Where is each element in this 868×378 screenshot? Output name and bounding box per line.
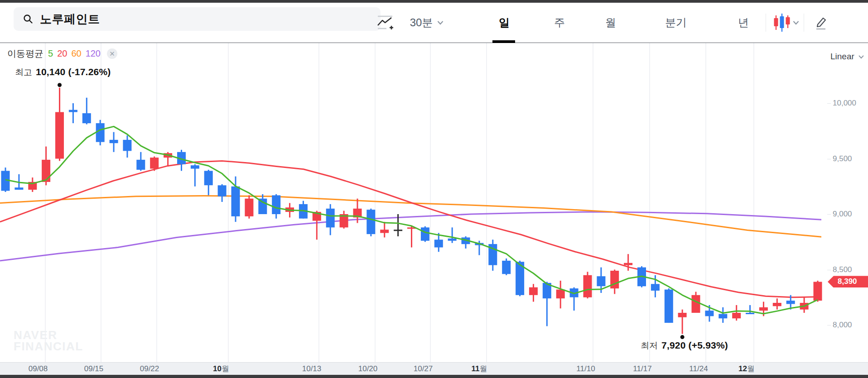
high-value: 10,140 (-17.26%) [36, 67, 111, 77]
candle-body [204, 171, 213, 185]
y-axis-tick [827, 270, 831, 270]
candle-body [218, 185, 227, 196]
stock-search-box[interactable]: 노루페인트 [14, 7, 381, 31]
legend-period-120: 120 [86, 48, 101, 59]
low-label: 최저 [641, 341, 658, 350]
y-axis-label: 8,000 [833, 321, 852, 330]
x-axis-label: 10월 [213, 363, 229, 375]
candle-body [150, 158, 159, 169]
scale-label: Linear [830, 52, 854, 62]
y-axis-label: 10,000 [833, 99, 856, 108]
candle-body [82, 113, 91, 123]
legend-period-60: 60 [71, 48, 81, 59]
y-axis-label: 9,500 [833, 154, 852, 163]
x-axis-label: 11/24 [689, 363, 708, 375]
candle-body [231, 187, 240, 216]
candle-body [380, 230, 389, 233]
x-axis-label: 09/22 [140, 363, 159, 375]
x-axis-label: 10/20 [358, 363, 378, 375]
candle-body [96, 123, 105, 142]
low-marker-dot [680, 335, 685, 339]
toolbar-divider [766, 14, 766, 32]
search-icon [23, 14, 34, 24]
y-axis-tick [827, 103, 831, 104]
candle-body [14, 187, 23, 190]
draw-pencil-icon[interactable] [814, 15, 828, 30]
legend-period-5: 5 [48, 48, 53, 59]
candle-body [597, 276, 605, 286]
candle-body [759, 307, 768, 311]
candle-body [705, 311, 714, 316]
candle-body [136, 160, 145, 170]
chevron-down-icon [437, 20, 444, 25]
y-axis-label: 9,000 [833, 210, 852, 219]
candle-body [421, 227, 429, 240]
line-chart-add-icon[interactable] [376, 14, 394, 32]
window-bottom-bar [0, 375, 868, 378]
high-marker-dot [58, 83, 62, 87]
high-price-annotation: 최고10,140 (-17.26%) [15, 67, 111, 78]
legend-close-button[interactable]: ✕ [107, 48, 117, 59]
chevron-down-icon [793, 20, 800, 25]
interval-dropdown-label: 30분 [410, 16, 433, 29]
candle-body [502, 261, 511, 274]
naver-financial-watermark: NAVER FINANCIAL [14, 330, 83, 352]
candle-body [814, 282, 822, 301]
tab-주[interactable]: 주 [554, 15, 565, 30]
candle-body [42, 160, 50, 182]
candle-body [326, 209, 335, 228]
x-axis-label: 09/15 [84, 363, 104, 375]
candle-body [610, 271, 619, 288]
legend-period-20: 20 [57, 48, 67, 59]
low-price-annotation: 최저7,920 (+5.93%) [641, 340, 728, 352]
chart-area: 이동평균 52060120 ✕ Linear 최고10,140 (-17.26%… [0, 43, 868, 362]
tab-월[interactable]: 월 [605, 15, 616, 30]
candle-body [719, 314, 727, 319]
candle-body [732, 313, 741, 318]
low-value: 7,920 (+5.93%) [661, 340, 728, 350]
candle-body [529, 287, 538, 295]
ma20-line [0, 161, 821, 297]
x-axis-label: 10/27 [414, 363, 433, 375]
tab-분기[interactable]: 분기 [665, 15, 687, 30]
x-axis-label: 10/13 [302, 363, 322, 375]
x-axis-label: 09/08 [29, 363, 48, 375]
moving-average-legend: 이동평균 52060120 ✕ [7, 48, 117, 60]
x-axis-label: 12월 [738, 363, 755, 375]
candle-body [665, 290, 673, 323]
chevron-down-icon [858, 55, 864, 59]
tab-일[interactable]: 일 [499, 15, 510, 30]
legend-label: 이동평균 [7, 48, 43, 60]
y-axis-label: 8,500 [833, 265, 852, 274]
ma120-line [0, 212, 821, 261]
y-axis-tick [827, 325, 831, 325]
candle-body [123, 140, 131, 151]
scale-selector[interactable]: Linear [830, 52, 864, 62]
candle-body [434, 239, 443, 247]
candle-body [191, 165, 199, 168]
y-axis-tick [827, 159, 831, 159]
candle-body [692, 295, 700, 313]
candle-body [110, 140, 118, 143]
candle-body [245, 199, 253, 216]
candle-body [583, 275, 592, 297]
toolbar-divider [804, 14, 804, 32]
x-axis-bar: 09/0809/1509/2210월10/1310/2010/2711월11/1… [0, 362, 868, 375]
legend-periods: 52060120 [48, 48, 101, 59]
x-axis-label: 11/10 [576, 363, 595, 375]
x-axis-label: 11/17 [633, 363, 651, 375]
candle-body [786, 301, 795, 304]
chart-plot[interactable] [0, 43, 868, 362]
candle-body [678, 313, 687, 317]
candle-body [651, 284, 660, 291]
chart-toolbar: 노루페인트 30분 일주월분기년 [0, 3, 868, 43]
candle-style-icon[interactable] [773, 12, 791, 33]
current-price-badge: 8,390 [828, 276, 868, 287]
candle-body [624, 263, 632, 265]
candle-body [746, 313, 754, 314]
candle-body [556, 290, 565, 299]
search-input[interactable]: 노루페인트 [40, 11, 100, 27]
interval-dropdown[interactable]: 30분 [410, 15, 433, 30]
tab-년[interactable]: 년 [738, 15, 749, 30]
x-axis-label: 11월 [472, 363, 487, 375]
